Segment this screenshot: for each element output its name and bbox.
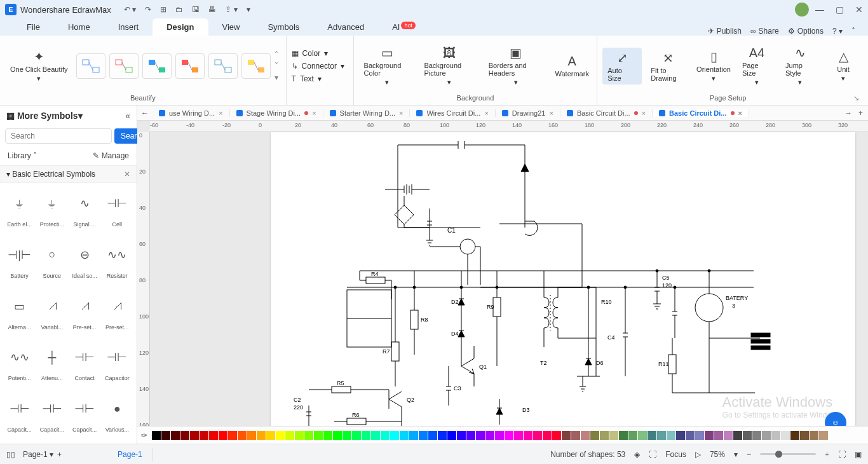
color-swatch[interactable] [314,431,323,440]
theme-6[interactable] [241,53,271,79]
section-close-icon[interactable]: ✕ [124,170,130,179]
new-tab-icon[interactable]: + [858,109,863,118]
document-tab[interactable]: use Wiring D...× [153,109,230,117]
color-swatch[interactable] [457,431,466,440]
add-page-icon[interactable]: + [57,450,62,459]
color-swatch[interactable] [609,431,618,440]
color-swatch[interactable] [257,431,266,440]
watermark-button[interactable]: AWatermark [552,51,592,80]
tab-close-icon[interactable]: × [399,109,403,117]
theme-2[interactable] [109,53,139,79]
unit-button[interactable]: △Unit▾ [824,46,863,85]
color-swatch[interactable] [771,431,780,440]
color-swatch[interactable] [562,431,571,440]
color-swatch[interactable] [619,431,628,440]
color-swatch[interactable] [752,431,761,440]
color-swatch[interactable] [228,431,237,440]
menu-insert[interactable]: Insert [104,18,153,36]
publish-button[interactable]: ✈ Publish [708,27,742,36]
color-swatch[interactable] [276,431,285,440]
color-swatch[interactable] [466,431,475,440]
new-icon[interactable]: ⊞ [160,5,166,14]
color-swatch[interactable] [533,431,542,440]
color-swatch[interactable] [495,431,504,440]
collapse-ribbon-icon[interactable]: ˄ [851,27,855,36]
focus-mode-icon[interactable]: ⛶ [649,450,656,459]
bg-picture-button[interactable]: 🖼Background Picture▾ [419,43,479,89]
symbol-item[interactable]: ⩘Variabl... [36,289,67,331]
tab-scroll-left-icon[interactable]: ← [137,109,153,118]
color-swatch[interactable] [600,431,609,440]
color-swatch[interactable] [342,431,351,440]
color-swatch[interactable] [790,431,799,440]
zoom-level[interactable]: 75% [710,450,725,459]
more-qat-icon[interactable]: ▾ [247,5,250,14]
symbol-item[interactable]: ∿∿Potenti... [4,339,35,381]
color-swatch[interactable] [209,431,218,440]
one-click-beautify-button[interactable]: ✦ One Click Beautify▾ [5,46,72,85]
color-swatch[interactable] [543,431,552,440]
print-icon[interactable]: 🖶 [208,5,216,14]
theme-3[interactable] [142,53,172,79]
color-swatch[interactable] [552,431,561,440]
color-swatch[interactable] [285,431,294,440]
theme-scroll-down-icon[interactable]: ˅ [275,62,278,71]
orientation-button[interactable]: ▯Orientation▾ [694,46,733,85]
symbol-item[interactable]: ∿∿Resister [102,237,133,279]
focus-label[interactable]: Focus [665,450,686,459]
fullscreen-icon[interactable]: ▣ [855,450,862,459]
menu-symbols[interactable]: Symbols [254,18,313,36]
color-swatch[interactable] [810,431,818,440]
color-swatch[interactable] [419,431,428,440]
document-tab[interactable]: Basic Circuit Di...× [653,109,749,117]
document-tab[interactable]: Starter Wiring D...× [323,109,410,117]
tab-close-icon[interactable]: × [219,109,222,117]
theme-scroll-up-icon[interactable]: ˄ [275,50,278,59]
document-tab[interactable]: Stage Wiring Di...× [230,109,323,117]
collapse-panel-icon[interactable]: « [125,111,130,121]
color-swatch[interactable] [667,431,675,440]
symbol-item[interactable]: ⊣⊢Capacit... [4,391,35,433]
color-swatch[interactable] [171,431,180,440]
theme-4[interactable] [175,53,205,79]
color-swatch[interactable] [152,431,161,440]
color-swatch[interactable] [219,431,227,440]
theme-more-icon[interactable]: ▾ [275,73,278,82]
color-swatch[interactable] [352,431,361,440]
color-dropdown[interactable]: ▦ Color ▾ [292,49,344,58]
save-icon[interactable]: 🖫 [192,5,200,14]
color-swatch[interactable] [200,431,208,440]
color-swatch[interactable] [514,431,523,440]
menu-design[interactable]: Design [153,18,208,36]
color-swatch[interactable] [381,431,390,440]
document-tab[interactable]: Basic Circuit Di...× [560,109,653,117]
tab-close-icon[interactable]: × [312,109,316,117]
symbol-search-input[interactable] [5,128,112,144]
symbol-item[interactable]: ⊣⊢Capacitor [102,339,133,381]
minimize-icon[interactable]: — [815,4,824,15]
color-swatch[interactable] [266,431,275,440]
symbol-item[interactable]: ⊣⊢Cell [102,186,133,228]
symbol-item[interactable]: ●Various... [102,391,133,433]
symbol-item[interactable]: ⊣⊢Contact [69,339,100,381]
menu-view[interactable]: View [208,18,254,36]
color-swatch[interactable] [743,431,752,440]
symbol-item[interactable]: ⏚Protecti... [36,186,67,228]
symbol-item[interactable]: ▭Alterna... [4,289,35,331]
layers-icon[interactable]: ◈ [634,450,640,459]
color-swatch[interactable] [638,431,647,440]
color-swatch[interactable] [238,431,247,440]
document-tab[interactable]: Drawing21× [496,109,560,117]
color-swatch[interactable] [485,431,494,440]
color-swatch[interactable] [648,431,656,440]
user-avatar[interactable] [795,3,809,17]
color-swatch[interactable] [571,431,580,440]
open-icon[interactable]: 🗀 [175,5,183,14]
color-swatch[interactable] [323,431,332,440]
color-swatch[interactable] [505,431,513,440]
menu-advanced[interactable]: Advanced [313,18,378,36]
color-swatch[interactable] [762,431,771,440]
color-swatch[interactable] [180,431,189,440]
color-swatch[interactable] [590,431,599,440]
color-swatch[interactable] [428,431,437,440]
